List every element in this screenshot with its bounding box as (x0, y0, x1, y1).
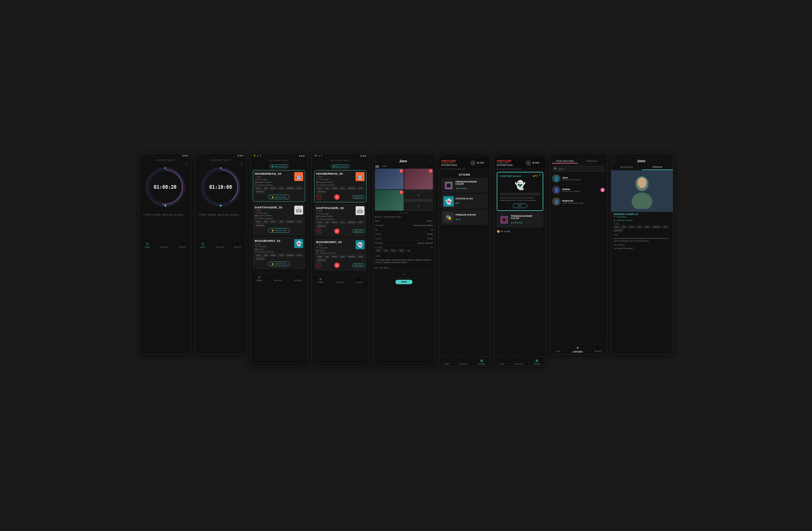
heart-button-1[interactable]: ♥ (334, 194, 339, 200)
match-nathan[interactable]: 👤 Nathan lol well in your opinion ... 1 (550, 185, 607, 196)
nav-matches-2[interactable]: ♡ MATCHES (216, 241, 224, 248)
info-icon-1[interactable]: ⓘ (185, 162, 188, 166)
john-back-btn[interactable]: ‹ (613, 159, 614, 163)
info-row-location: Location Toronto (373, 236, 435, 240)
x-button-1[interactable]: ✕ (316, 194, 321, 200)
heart-button-3[interactable]: ♥ (334, 263, 339, 268)
nav-matches-3[interactable]: ♡ MATCHES (274, 275, 282, 281)
popup-close-btn[interactable]: ✕ (538, 174, 541, 177)
nav-lobby-4[interactable]: ⚔ LOBBY (318, 277, 323, 283)
status-bar-6: ··· (439, 153, 490, 158)
search-bar[interactable]: 🔍 (551, 166, 605, 172)
nathan-unread: 1 (600, 188, 605, 192)
jane-more-btn[interactable]: ⋯ (430, 160, 433, 163)
view-chat-btn-3[interactable]: VIEW CHAT (352, 263, 364, 267)
nav-arcade-store[interactable]: ⊞ ARCADE (478, 358, 485, 365)
likes-row: fitness dogs fashion sports +tag (373, 249, 435, 253)
view-chat-btn-2[interactable]: VIEW CHAT (352, 229, 364, 233)
photo-add-btn-1[interactable]: + (404, 191, 433, 200)
profile-tab[interactable]: Profile (642, 164, 673, 170)
nav-matches-store[interactable]: ♡ MATCHES (460, 358, 468, 365)
messages-tab[interactable]: Messages (611, 164, 642, 170)
i-am-title: I AM... (373, 253, 435, 257)
status-bar-4: ⚡ ▲ ▼ (311, 153, 368, 158)
svg-point-7 (631, 192, 652, 209)
back-button[interactable]: ‹ (375, 159, 376, 163)
action-btns-3: ✕ ♥ VIEW CHAT (316, 262, 364, 269)
action-btns-1: ✕ ♥ VIEW CHAT (316, 193, 364, 200)
john-more-btn[interactable]: ⋯ (668, 160, 670, 163)
nav-lobby-2[interactable]: ⚔ LOBBY (200, 241, 205, 248)
photo-delete-1[interactable]: ✕ (400, 169, 403, 173)
matches-tabs: TRUE MATCHES PENDING (550, 158, 607, 165)
drag-hint: drag to reorder (373, 212, 435, 214)
photo-cell-2[interactable]: ✕ (404, 168, 433, 189)
john-preview: how does friday sound? (562, 179, 605, 181)
photo-add-btn-2[interactable]: + (404, 202, 433, 210)
lobby-cards-screen: HOOBERMAN, 20 🤖 ♂Male 📍10 km away 💼Engin… (250, 170, 307, 273)
info-row-name: Name Jane W. (373, 219, 435, 223)
nav-lobby-1[interactable]: ⚔ LOBBY (144, 241, 150, 248)
enter-pod-btn-3[interactable]: ⭐ ENTER POD (268, 262, 289, 266)
timer-dot-bottom-1 (164, 205, 166, 207)
view-tab[interactable]: View (382, 165, 386, 167)
nav-arcade-alias[interactable]: ⊞ ARCADE (533, 358, 540, 365)
info-row-education: Education Ryerson University (373, 241, 435, 245)
bottom-nav-matches: ⚔ LOBBY ♥ MatcheS ⊞ ARCADE (550, 344, 607, 354)
nav-arcade-1[interactable]: ⊞ ARCADE (178, 241, 186, 248)
edit-tab[interactable]: Edit (375, 165, 379, 167)
kebab-menu[interactable]: ⋮ (485, 161, 488, 164)
app-title-4: MYSTERY DATE (311, 158, 368, 162)
nav-arcade-2[interactable]: ⊞ ARCADE (234, 241, 241, 248)
nav-arcade-3[interactable]: ⊞ ARCADE (294, 275, 302, 281)
alias-input-bar[interactable] (499, 192, 540, 196)
true-matches-tab[interactable]: TRUE MATCHES (552, 159, 578, 163)
timer-circle-1: 01:00:20 (146, 168, 185, 207)
enter-pod-btn-2[interactable]: ⭐ ENTER POD (268, 228, 289, 233)
nav-arcade-matches[interactable]: ⊞ ARCADE (594, 346, 601, 353)
pending-tab[interactable]: PENDING (579, 159, 605, 163)
raymond-preview: there's a festival this week... (562, 202, 605, 204)
photo-cell-1[interactable]: ✕ (375, 168, 404, 189)
nav-matches-1[interactable]: ♡ MATCHES (160, 241, 168, 248)
photo-delete-2[interactable]: ✕ (429, 169, 432, 173)
matches-label-1: MATCHES (160, 246, 168, 248)
nav-lobby-store[interactable]: ⚔ LOBBY (444, 358, 449, 365)
store-item-border-2: PREMIUM BORDERCOLOR ⚡ purchased (496, 213, 543, 227)
heart-button-2[interactable]: ♥ (334, 228, 339, 234)
nav-matches-alias[interactable]: ♡ MATCHES (515, 358, 523, 365)
view-chat-btn-1[interactable]: VIEW CHAT (352, 195, 364, 199)
photo-delete-3[interactable]: ✕ (400, 191, 403, 194)
nav-matches-matches[interactable]: ♥ MatcheS (572, 346, 583, 353)
status-bar-5: ··· (373, 153, 435, 158)
chat-card-1: HOOBERMAN, 20 🤖 ♂Male 📍10 km away 💼Engin… (314, 170, 366, 203)
search-input[interactable] (558, 168, 603, 170)
kebab-menu-7[interactable]: ⋮ (540, 161, 543, 164)
get-button[interactable]: GET (513, 203, 527, 208)
arcade-icon-1: ⊞ (181, 241, 184, 246)
nav-matches-4[interactable]: ♡ MATCHES (335, 277, 344, 283)
nav-lobby-alias[interactable]: ⚔ LOBBY (499, 358, 505, 365)
match-raymond[interactable]: 👤 Raymond there's a festival this week..… (550, 196, 607, 207)
enter-pod-btn-1[interactable]: ⭐ ENTER POD (268, 195, 289, 199)
match-john[interactable]: 👤 John how does friday sound? (550, 173, 607, 185)
add-quirk-btn[interactable]: + (375, 270, 433, 278)
x-button-3[interactable]: ✕ (316, 263, 321, 268)
nav-lobby-matches[interactable]: ⚔ LOBBY (555, 346, 561, 353)
quirks-label: MY QUIRKS... (611, 243, 673, 247)
screenshot-container: ··· MYSTERY DATE ⓘ 01:00:20 YOUR GAME B (139, 153, 673, 367)
quirks-title: MY QUIRKS... (373, 265, 435, 269)
photo-cell-4[interactable]: + + (404, 190, 433, 211)
matches-icon-2: ♡ (218, 241, 221, 246)
nav-lobby-3[interactable]: ⚔ LOBBY (256, 275, 262, 281)
matches-label-2: MATCHES (216, 246, 224, 248)
photo-cell-3[interactable]: ✕ (375, 190, 404, 211)
x-button-2[interactable]: ✕ (316, 228, 321, 234)
info-icon-2[interactable]: ⓘ (240, 162, 243, 166)
john-avatar: 👤 (552, 174, 561, 182)
nav-arcade-4[interactable]: ⊞ ARCADE (356, 277, 363, 283)
bio-text: I love being outdoors, trying new things… (373, 257, 435, 265)
john-desc: ENGINEER STUDENT, 22 (611, 212, 673, 215)
save-button[interactable]: SAVE (395, 280, 412, 284)
add-tag-btn[interactable]: +tag (405, 249, 411, 252)
